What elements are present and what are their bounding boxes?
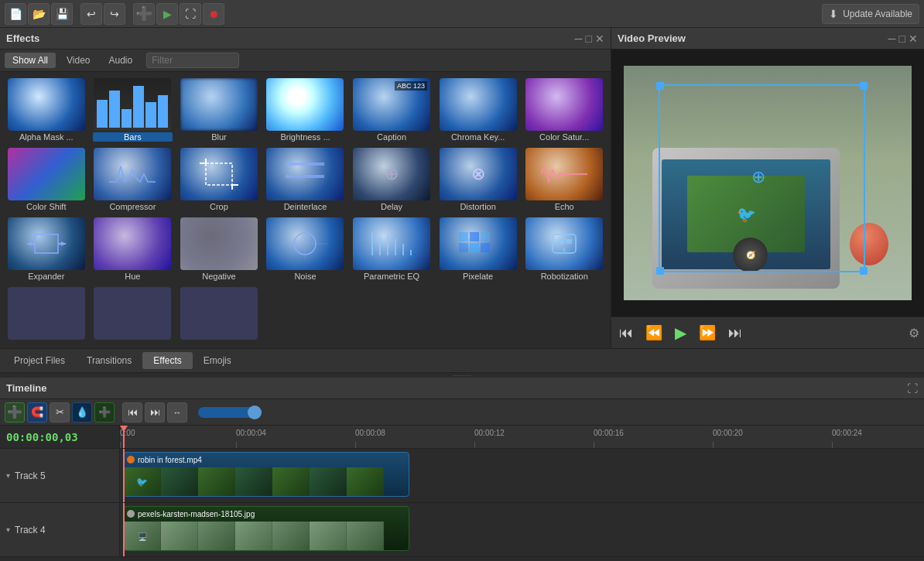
effect-more3-thumb [180, 287, 258, 340]
record-button[interactable]: ⏺ [203, 3, 224, 25]
tab-video[interactable]: Video [59, 53, 98, 68]
timeline-zoom-thumb[interactable] [248, 405, 262, 419]
effect-delay[interactable]: ⊕ Delay [350, 146, 433, 213]
rewind-button[interactable]: ⏪ [642, 323, 666, 343]
play-button[interactable]: ▶ [672, 322, 690, 344]
effect-expander[interactable]: Expander [5, 216, 88, 282]
tab-project-files[interactable]: Project Files [3, 352, 76, 369]
effect-bars[interactable]: Bars [91, 77, 175, 143]
redo-button[interactable]: ↪ [104, 3, 125, 25]
effect-robotization[interactable]: Robotization [522, 216, 606, 282]
effect-negative[interactable]: Negative [177, 216, 261, 282]
effect-more2[interactable] [91, 286, 175, 343]
undo-button[interactable]: ↩ [80, 3, 102, 25]
tab-emojis[interactable]: Emojis [193, 352, 242, 369]
effect-delay-label: Delay [351, 202, 432, 211]
fullscreen-button[interactable]: ⛶ [180, 3, 201, 25]
track-4-clip-pexels[interactable]: pexels-karsten-madsen-18105.jpg 🖥️ [123, 506, 409, 551]
effect-compressor[interactable]: Compressor [91, 146, 175, 213]
timeline-magnet-button[interactable]: 🧲 [27, 402, 47, 422]
effect-noise[interactable]: Noise [264, 216, 347, 282]
effect-blur-thumb [180, 78, 258, 131]
track-4-collapse-button[interactable]: ▾ [6, 525, 10, 534]
track-4-area: pexels-karsten-madsen-18105.jpg 🖥️ [120, 503, 924, 556]
timeline-add-track-button[interactable]: ➕ [94, 402, 115, 422]
effect-caption-thumb: ABC 123 [353, 78, 430, 131]
track-5-label: ▾ Track 5 [0, 449, 120, 502]
timeline-zoom-slider[interactable] [198, 407, 260, 418]
effects-maximize-button[interactable]: □ [586, 32, 592, 45]
svg-rect-30 [558, 239, 564, 244]
tab-effects[interactable]: Effects [142, 352, 192, 369]
timecode-display: 00:00:00,03 [6, 431, 78, 443]
tab-audio[interactable]: Audio [101, 53, 141, 68]
effect-compressor-label: Compressor [93, 202, 173, 211]
track-4-label: ▾ Track 4 [0, 503, 120, 556]
effect-negative-thumb [180, 217, 258, 270]
effect-compressor-thumb [94, 148, 171, 200]
preview-button[interactable]: ▶ [156, 3, 178, 25]
effect-parametric-eq[interactable]: Parametric EQ [350, 216, 433, 282]
effects-close-button[interactable]: ✕ [595, 32, 604, 45]
save-button[interactable]: 💾 [51, 3, 73, 25]
effect-blur[interactable]: Blur [177, 77, 261, 143]
effect-hue-label: Hue [93, 272, 173, 281]
preview-settings-button[interactable]: ⚙ [909, 326, 919, 340]
timeline-goto-start-button[interactable]: ⏮ [122, 402, 142, 422]
effect-pixelate[interactable]: Pixelate [436, 216, 520, 282]
effect-deinterlace-thumb [266, 148, 344, 200]
effect-caption[interactable]: ABC 123 Caption [350, 77, 433, 143]
skip-to-start-button[interactable]: ⏮ [616, 323, 636, 343]
tab-transitions[interactable]: Transitions [76, 352, 142, 369]
fast-forward-button[interactable]: ⏩ [696, 323, 719, 343]
ruler-tick-0 [120, 442, 121, 448]
new-button[interactable]: 📄 [5, 3, 26, 25]
add-clip-button[interactable]: ➕ [133, 3, 155, 25]
effect-hue[interactable]: Hue [91, 216, 175, 282]
ruler-tick-4 [236, 442, 237, 448]
update-available-button[interactable]: ⬇ Update Available [822, 4, 919, 24]
timeline-ripple-button[interactable]: 💧 [72, 402, 92, 422]
effect-color-shift-thumb [8, 148, 85, 200]
effects-filter-input[interactable] [146, 53, 239, 68]
track-4-name: Track 4 [15, 525, 46, 535]
preview-video-area: 🐦 🧭 [611, 50, 924, 316]
timeline-split-audio-button[interactable]: ↔ [167, 402, 187, 422]
effect-color-shift[interactable]: Color Shift [5, 146, 88, 213]
skip-to-end-button[interactable]: ⏭ [725, 323, 745, 343]
effect-more1[interactable] [5, 286, 88, 343]
ruler-tick-16 [594, 442, 594, 448]
svg-marker-12 [27, 241, 32, 246]
effects-minimize-button[interactable]: ─ [575, 32, 583, 45]
effect-alpha-mask-thumb [8, 78, 85, 131]
ruler-mark-24: 00:00:24 [832, 429, 862, 437]
effect-more1-thumb [8, 287, 85, 340]
timeline-razor-button[interactable]: ✂ [50, 402, 70, 422]
preview-maximize-button[interactable]: □ [899, 32, 905, 45]
effect-chroma-key[interactable]: Chroma Key... [436, 77, 520, 143]
open-button[interactable]: 📂 [28, 3, 50, 25]
track-5-collapse-button[interactable]: ▾ [6, 471, 10, 480]
effect-echo-label: Echo [524, 202, 604, 211]
effect-deinterlace[interactable]: Deinterlace [264, 146, 347, 213]
tab-show-all[interactable]: Show All [5, 53, 56, 68]
effect-color-shift-label: Color Shift [6, 202, 87, 211]
effect-color-sat[interactable]: Color Satur... [522, 77, 606, 143]
timeline-zoom-track[interactable] [198, 407, 260, 418]
ruler-mark-16: 00:00:16 [594, 429, 624, 437]
effect-distortion[interactable]: ⊗ Distortion [436, 146, 520, 213]
track-5-clip-robin[interactable]: robin in forest.mp4 🐦 [123, 452, 409, 497]
preview-close-button[interactable]: ✕ [909, 32, 918, 45]
ruler-tick-8 [355, 442, 356, 448]
timeline-expand-button[interactable]: ⛶ [907, 382, 918, 395]
effect-crop-thumb [180, 148, 258, 200]
svg-rect-26 [459, 243, 468, 252]
preview-minimize-button[interactable]: ─ [888, 32, 896, 45]
effect-alpha-mask[interactable]: Alpha Mask ... [5, 77, 88, 143]
effect-echo[interactable]: Echo [522, 146, 606, 213]
timeline-add-button[interactable]: ➕ [5, 402, 25, 422]
effect-brightness[interactable]: Brightness ... [264, 77, 347, 143]
timeline-goto-end-button[interactable]: ⏭ [145, 402, 165, 422]
effect-more3[interactable] [177, 286, 261, 343]
effect-crop[interactable]: Crop [177, 146, 261, 213]
